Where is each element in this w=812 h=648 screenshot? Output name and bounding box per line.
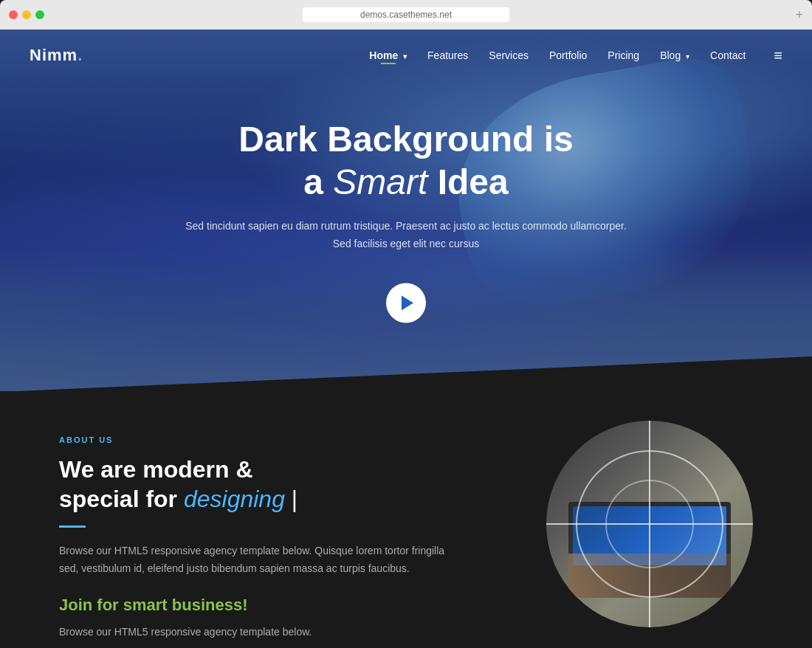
- nav-item-blog[interactable]: Blog ▾: [660, 49, 689, 61]
- logo-text: Nimm: [30, 46, 78, 65]
- minimize-dot[interactable]: [22, 10, 31, 19]
- nav-item-features[interactable]: Features: [427, 49, 468, 61]
- browser-dots: [9, 10, 44, 19]
- chevron-down-icon-blog: ▾: [686, 52, 689, 61]
- about-description: Browse our HTML5 responsive agency templ…: [59, 542, 458, 578]
- main-wrapper: Nimm. Home ▾ Features Services Portfolio…: [0, 30, 812, 648]
- logo-accent: .: [78, 46, 83, 65]
- maximize-dot[interactable]: [35, 10, 44, 19]
- about-left-column: ABOUT US We are modern & special for des…: [59, 435, 458, 641]
- about-title: We are modern & special for designing |: [59, 455, 458, 514]
- url-text: demos.casethemes.net: [360, 10, 452, 20]
- cross-lines-overlay: [546, 421, 753, 627]
- about-right-column: [502, 435, 753, 642]
- hero-title: Dark Background is a Smart Idea: [185, 118, 627, 203]
- url-bar[interactable]: demos.casethemes.net: [303, 7, 509, 22]
- browser-chrome: demos.casethemes.net +: [0, 0, 812, 30]
- add-tab-button[interactable]: +: [795, 7, 803, 23]
- about-section: ABOUT US We are modern & special for des…: [0, 391, 812, 648]
- hamburger-icon: ≡: [774, 47, 782, 63]
- nav-item-portfolio[interactable]: Portfolio: [549, 49, 587, 61]
- about-underline: [59, 525, 86, 528]
- logo[interactable]: Nimm.: [30, 46, 83, 65]
- chevron-down-icon: ▾: [403, 52, 407, 61]
- hero-content: Dark Background is a Smart Idea Sed tinc…: [185, 118, 627, 323]
- about-description-2: Browse our HTML5 responsive agency templ…: [59, 624, 458, 641]
- play-button[interactable]: [386, 283, 426, 323]
- nav-item-pricing[interactable]: Pricing: [608, 49, 639, 61]
- hero-section: Nimm. Home ▾ Features Services Portfolio…: [0, 30, 812, 391]
- hamburger-menu-button[interactable]: ≡: [766, 47, 782, 64]
- play-icon: [402, 295, 413, 310]
- circle-ring-small: [605, 480, 694, 568]
- circle-background: [546, 421, 753, 627]
- about-label: ABOUT US: [59, 435, 458, 444]
- nav-links: Home ▾ Features Services Portfolio Prici…: [369, 47, 782, 64]
- close-dot[interactable]: [9, 10, 18, 19]
- navbar: Nimm. Home ▾ Features Services Portfolio…: [0, 30, 812, 81]
- hero-subtitle: Sed tincidunt sapien eu diam rutrum tris…: [185, 218, 627, 254]
- about-join-text: Join for smart business!: [59, 596, 458, 615]
- nav-item-services[interactable]: Services: [489, 49, 529, 61]
- nav-item-contact[interactable]: Contact: [710, 49, 746, 61]
- circle-image-container: [546, 421, 768, 642]
- nav-item-home[interactable]: Home ▾: [369, 49, 407, 61]
